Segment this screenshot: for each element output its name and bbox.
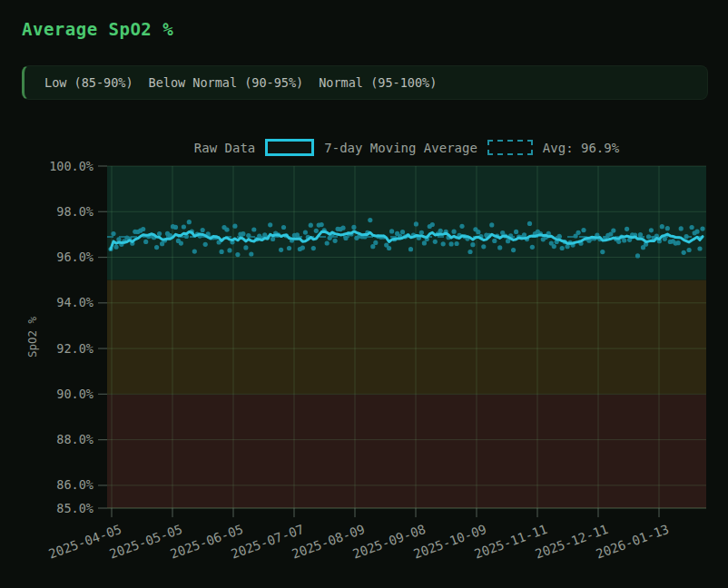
legend-avg-value: Avg: 96.9% xyxy=(543,141,619,155)
raw-data-point xyxy=(243,245,248,250)
raw-data-point xyxy=(351,225,356,230)
raw-data-point xyxy=(224,228,229,232)
raw-data-point xyxy=(660,224,664,229)
raw-data-point xyxy=(281,225,286,230)
raw-data-point xyxy=(387,246,391,250)
raw-data-point xyxy=(271,237,275,241)
raw-data-point xyxy=(113,245,118,250)
raw-data-point xyxy=(638,232,643,237)
raw-data-point xyxy=(309,223,313,228)
raw-data-point xyxy=(373,240,378,245)
raw-data-point xyxy=(192,250,197,254)
raw-data-point xyxy=(203,242,208,247)
raw-data-point xyxy=(449,241,454,246)
raw-data-point xyxy=(665,226,670,230)
y-tick-label: 92.0% xyxy=(56,341,93,356)
raw-data-point xyxy=(249,251,253,256)
raw-data-point xyxy=(438,229,443,233)
raw-data-point xyxy=(241,231,245,236)
raw-data-point xyxy=(232,224,237,229)
raw-data-point xyxy=(154,245,159,250)
raw-data-point xyxy=(560,246,565,250)
raw-data-point xyxy=(694,230,699,234)
raw-data-point xyxy=(514,230,518,234)
raw-data-point xyxy=(157,231,162,236)
range-legend-bar: Low (85-90%) Below Normal (90-95%) Norma… xyxy=(22,65,708,100)
raw-data-point xyxy=(552,244,556,249)
raw-data-point xyxy=(141,227,145,231)
raw-data-point xyxy=(314,229,319,233)
raw-data-point xyxy=(182,224,186,229)
y-tick-label: 86.0% xyxy=(56,477,93,492)
raw-data-point xyxy=(497,245,502,250)
chart-legend-row: Raw Data 7-day Moving Average Avg: 96.9% xyxy=(107,139,706,156)
raw-data-point xyxy=(220,250,224,254)
raw-data-point xyxy=(300,246,305,250)
range-legend-item-normal: Normal (95-100%) xyxy=(319,75,437,90)
raw-data-point xyxy=(600,250,605,254)
range-legend-item-below-normal: Below Normal (90-95%) xyxy=(149,75,304,90)
raw-data-point xyxy=(320,222,324,227)
raw-data-point xyxy=(179,241,183,246)
raw-data-point xyxy=(370,244,375,249)
raw-data-point xyxy=(476,230,480,234)
y-tick-label: 100.0% xyxy=(49,159,93,173)
band-1 xyxy=(107,280,706,395)
raw-data-point xyxy=(635,253,640,258)
raw-data-point xyxy=(530,245,535,250)
raw-data-point xyxy=(527,221,532,226)
raw-data-point xyxy=(663,237,667,241)
legend-label-raw-data: Raw Data xyxy=(194,141,255,155)
raw-data-point xyxy=(611,229,615,233)
raw-data-point xyxy=(441,241,446,246)
raw-data-point xyxy=(455,241,459,246)
raw-data-point xyxy=(187,220,192,224)
raw-data-point xyxy=(251,227,256,231)
raw-data-point xyxy=(467,250,472,254)
spo2-chart-svg: 100.0%98.0%96.0%94.0%92.0%90.0%88.0%86.0… xyxy=(0,127,728,588)
raw-data-point xyxy=(246,233,251,238)
raw-data-point xyxy=(422,240,427,245)
raw-data-point xyxy=(470,242,475,247)
raw-data-point xyxy=(279,248,283,252)
raw-data-point xyxy=(201,228,205,232)
raw-data-point xyxy=(303,230,308,235)
raw-data-point xyxy=(522,232,526,237)
band-2 xyxy=(107,394,706,508)
raw-data-point xyxy=(581,228,585,232)
raw-data-point xyxy=(690,225,694,230)
raw-data-point xyxy=(311,246,316,250)
raw-data-point xyxy=(340,226,345,230)
raw-data-point xyxy=(646,234,651,239)
spo2-chart: Raw Data 7-day Moving Average Avg: 96.9%… xyxy=(0,127,728,588)
raw-data-point xyxy=(511,248,516,252)
raw-data-point xyxy=(622,238,626,242)
y-tick-label: 96.0% xyxy=(56,250,93,264)
raw-data-point xyxy=(649,228,654,232)
raw-data-point xyxy=(481,244,486,249)
raw-data-point xyxy=(459,224,464,229)
y-tick-label: 90.0% xyxy=(56,387,93,401)
raw-data-point xyxy=(700,227,704,231)
range-legend-item-low: Low (85-90%) xyxy=(44,75,133,90)
band-0 xyxy=(107,166,706,280)
raw-data-point xyxy=(173,225,178,230)
raw-data-point xyxy=(400,230,405,234)
raw-data-point xyxy=(295,232,300,237)
raw-data-point xyxy=(111,231,115,236)
raw-data-point xyxy=(697,246,702,250)
raw-data-point xyxy=(687,248,692,252)
raw-data-point xyxy=(576,230,581,235)
y-tick-label: 98.0% xyxy=(56,204,93,219)
raw-data-point xyxy=(287,246,291,250)
raw-data-point xyxy=(333,239,338,243)
raw-data-point xyxy=(679,226,684,230)
page-title: Average SpO2 % xyxy=(22,19,173,39)
raw-data-point xyxy=(343,236,348,240)
raw-data-point xyxy=(492,239,497,243)
y-tick-label: 88.0% xyxy=(56,432,93,446)
y-tick-label: 85.0% xyxy=(56,501,93,515)
raw-data-point xyxy=(408,247,413,251)
raw-data-point xyxy=(419,230,424,235)
page-background: Average SpO2 % Low (85-90%) Below Normal… xyxy=(0,0,728,588)
